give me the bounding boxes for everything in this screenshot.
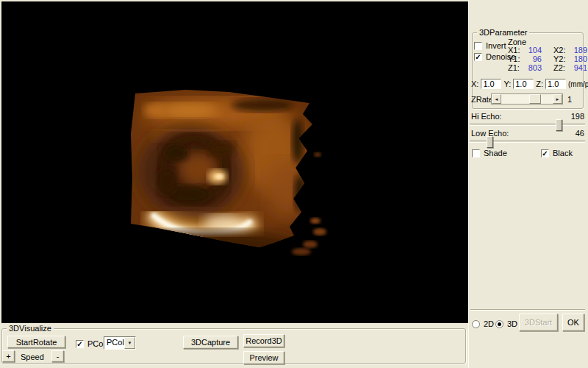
black-checkbox[interactable]: ✓ Black (541, 149, 573, 158)
shade-checkbox[interactable]: Shade (472, 149, 507, 158)
black-checkbox-box: ✓ (541, 149, 549, 158)
hi-echo-slider[interactable] (470, 124, 585, 126)
low-echo-value: 46 (557, 129, 584, 138)
pcolor-dropdown-arrow-icon[interactable]: ▼ (124, 337, 135, 349)
app-window: 3DParameter Invert ✓ Denoise Zone X1: 10… (0, 0, 588, 368)
zrate-label: ZRate (471, 95, 493, 104)
zone-x1-value: 104 (526, 46, 542, 54)
ok-button[interactable]: OK (562, 314, 584, 331)
zone-y1-label: Y1: (508, 54, 526, 63)
zone-z2-value: 941 (571, 63, 587, 72)
zone-row-y: Y1: 96 Y2: 180 (508, 54, 587, 63)
ultrasound-volume (1, 1, 468, 323)
action-separator (470, 309, 585, 311)
visualize-panel: 3DVisualize StartRotate + Speed - ✓ PCol… (0, 323, 468, 368)
scale-x-label: X: (471, 79, 478, 88)
scale-unit-label: (mm/p) (568, 80, 588, 88)
pcolor-checkbox-box: ✓ (76, 340, 84, 348)
scale-y-input[interactable] (513, 79, 534, 89)
zrate-scrollbar[interactable]: ◄ ► (491, 93, 563, 105)
mode-3d-radio-circle (495, 320, 503, 328)
shade-checkbox-label: Shade (484, 149, 507, 158)
mode-3d-radio[interactable]: 3D (495, 319, 517, 328)
zone-y2-value: 180 (571, 54, 587, 63)
speed-plus-button[interactable]: + (2, 350, 15, 362)
start-rotate-button[interactable]: StartRotate (7, 336, 65, 348)
speed-minus-button[interactable]: - (51, 350, 64, 362)
low-echo-slider[interactable] (470, 141, 585, 143)
zrate-value: 1 (567, 95, 572, 104)
scale-y-label: Y: (503, 79, 511, 88)
mode-3d-radio-label: 3D (507, 319, 517, 328)
zone-x2-value: 189 (571, 46, 587, 54)
scale-row: X: Y: Z: (mm/p) (471, 79, 588, 89)
mode-2d-radio-circle (472, 320, 480, 328)
render-viewport[interactable] (1, 1, 468, 323)
low-echo-slider-thumb[interactable] (487, 136, 493, 148)
scale-z-label: Z: (536, 79, 543, 88)
zone-x1-label: X1: (508, 46, 526, 54)
zone-y1-value: 96 (526, 54, 542, 63)
zone-row-x: X1: 104 X2: 189 (508, 46, 587, 54)
hi-echo-label: Hi Echo: (471, 112, 502, 121)
zone-z1-value: 803 (526, 63, 542, 72)
parameter-group-label: 3DParameter (477, 28, 529, 37)
record3d-button[interactable]: Record3D (243, 334, 284, 347)
invert-checkbox-box (474, 42, 482, 50)
zone-z2-label: Z2: (553, 63, 571, 72)
invert-checkbox-label: Invert (486, 41, 506, 50)
mode-2d-radio-label: 2D (484, 319, 494, 328)
zrate-scroll-left-icon[interactable]: ◄ (492, 94, 501, 104)
speed-label: Speed (21, 353, 44, 361)
pcolor-dropdown-value: PColor (104, 337, 124, 349)
invert-checkbox[interactable]: Invert (474, 41, 506, 50)
zone-y2-label: Y2: (553, 54, 571, 63)
mode-2d-radio[interactable]: 2D (472, 319, 494, 328)
parameter-panel: 3DParameter Invert ✓ Denoise Zone X1: 10… (468, 0, 588, 368)
zone-z1-label: Z1: (508, 63, 526, 72)
zone-x2-label: X2: (553, 46, 571, 54)
visualize-group-label: 3DVisualize (7, 324, 54, 333)
scale-z-input[interactable] (545, 79, 566, 89)
pcolor-dropdown[interactable]: PColor ▼ (104, 336, 136, 350)
denoise-checkbox-box: ✓ (474, 53, 482, 61)
3dcapture-button[interactable]: 3DCapture (183, 336, 238, 349)
zone-row-z: Z1: 803 Z2: 941 (508, 63, 587, 72)
zrate-scroll-thumb[interactable] (529, 94, 541, 104)
scale-x-input[interactable] (481, 79, 501, 89)
black-checkbox-label: Black (553, 149, 573, 158)
shade-checkbox-box (472, 149, 480, 158)
preview-button[interactable]: Preview (243, 351, 284, 364)
3dstart-button[interactable]: 3DStart (519, 314, 558, 331)
zrate-scroll-right-icon[interactable]: ► (553, 94, 562, 104)
